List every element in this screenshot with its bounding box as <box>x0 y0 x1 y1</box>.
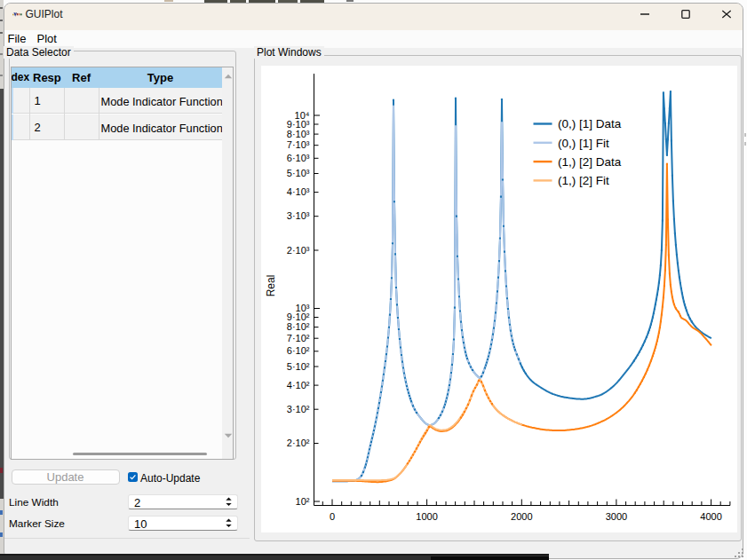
svg-text:10⁴: 10⁴ <box>295 110 310 121</box>
svg-text:3000: 3000 <box>606 511 627 522</box>
svg-text:8·10²: 8·10² <box>287 321 310 332</box>
svg-text:(1,) [2] Data: (1,) [2] Data <box>558 155 622 169</box>
svg-text:10³: 10³ <box>296 303 310 313</box>
svg-text:3·10³: 3·10³ <box>287 210 310 221</box>
svg-text:4·10³: 4·10³ <box>287 186 310 197</box>
svg-text:3·10²: 3·10² <box>287 404 310 414</box>
svg-text:7·10²: 7·10² <box>287 333 310 343</box>
svg-text:(0,) [1] Fit: (0,) [1] Fit <box>558 137 609 150</box>
svg-text:1000: 1000 <box>416 511 437 522</box>
svg-text:0: 0 <box>330 511 335 522</box>
svg-text:2000: 2000 <box>511 511 532 522</box>
svg-text:2·10³: 2·10³ <box>287 245 310 256</box>
svg-text:5·10²: 5·10² <box>287 361 310 372</box>
svg-text:10²: 10² <box>296 496 310 507</box>
svg-text:7·10³: 7·10³ <box>287 139 310 150</box>
svg-text:(0,) [1] Data: (0,) [1] Data <box>558 117 622 130</box>
svg-text:Real: Real <box>265 275 277 297</box>
svg-text:4·10²: 4·10² <box>287 380 310 390</box>
svg-text:4000: 4000 <box>700 511 721 522</box>
svg-text:6·10²: 6·10² <box>287 345 310 356</box>
svg-text:8·10³: 8·10³ <box>287 129 310 139</box>
svg-text:(1,) [2] Fit: (1,) [2] Fit <box>558 174 609 187</box>
svg-text:2·10²: 2·10² <box>287 438 310 448</box>
svg-text:5·10³: 5·10³ <box>287 168 310 178</box>
svg-text:6·10³: 6·10³ <box>287 153 310 163</box>
